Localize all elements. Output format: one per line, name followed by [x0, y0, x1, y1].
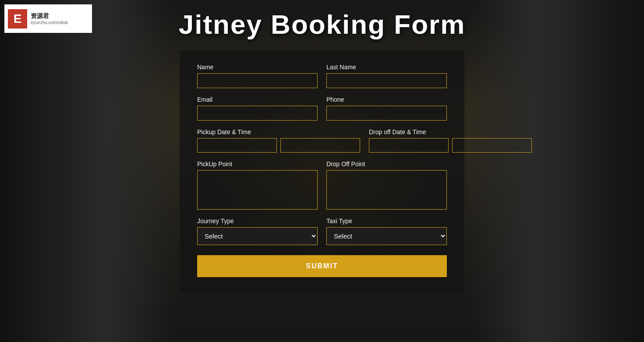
logo: E 资源君 eyunzhu.com/vdisk [4, 4, 92, 33]
logo-url: eyunzhu.com/vdisk [31, 20, 68, 25]
logo-text: 资源君 eyunzhu.com/vdisk [31, 12, 68, 25]
name-group: Name [197, 64, 318, 88]
pickup-datetime-label: Pickup Date & Time [197, 128, 360, 135]
lastname-label: Last Name [326, 64, 447, 71]
dropoff-point-group: Drop Off Point [326, 160, 447, 210]
name-row: Name Last Name [197, 64, 447, 88]
name-label: Name [197, 64, 318, 71]
email-group: Email [197, 96, 318, 121]
booking-form: Name Last Name Email Phone Pickup Date &… [180, 50, 464, 292]
lastname-group: Last Name [326, 64, 447, 88]
dropoff-point-input[interactable] [326, 170, 447, 210]
taxi-type-group: Taxi Type Select Standard Executive Mini… [326, 217, 447, 245]
points-row: PickUp Point Drop Off Point [197, 160, 447, 210]
pickup-date-input[interactable] [197, 138, 277, 153]
email-input[interactable] [197, 106, 318, 121]
name-input[interactable] [197, 73, 318, 88]
dropoff-point-label: Drop Off Point [326, 160, 447, 167]
pickup-point-label: PickUp Point [197, 160, 318, 167]
city-overlay-right [469, 0, 644, 342]
city-overlay-left [0, 0, 175, 342]
pickup-datetime-inputs [197, 138, 360, 153]
dropoff-date-input[interactable] [369, 138, 449, 153]
logo-brand: 资源君 [31, 12, 68, 20]
dropoff-datetime-label: Drop off Date & Time [369, 128, 532, 135]
contact-row: Email Phone [197, 96, 447, 121]
submit-button[interactable]: SUBMIT [197, 255, 447, 277]
dropoff-datetime-group: Drop off Date & Time [369, 128, 532, 153]
type-row: Journey Type Select One Way Round Trip A… [197, 217, 447, 245]
email-label: Email [197, 96, 318, 103]
datetime-row: Pickup Date & Time Drop off Date & Time [197, 128, 447, 153]
pickup-datetime-group: Pickup Date & Time [197, 128, 360, 153]
taxi-type-select[interactable]: Select Standard Executive Minivan Luxury [326, 227, 447, 245]
journey-type-label: Journey Type [197, 217, 318, 224]
journey-type-group: Journey Type Select One Way Round Trip A… [197, 217, 318, 245]
logo-e-icon: E [8, 9, 27, 28]
pickup-point-input[interactable] [197, 170, 318, 210]
pickup-point-group: PickUp Point [197, 160, 318, 210]
pickup-time-input[interactable] [280, 138, 360, 153]
phone-label: Phone [326, 96, 447, 103]
dropoff-datetime-inputs [369, 138, 532, 153]
lastname-input[interactable] [326, 73, 447, 88]
phone-input[interactable] [326, 106, 447, 121]
page-title: Jitney Booking Form [0, 9, 644, 40]
taxi-type-label: Taxi Type [326, 217, 447, 224]
phone-group: Phone [326, 96, 447, 121]
dropoff-time-input[interactable] [452, 138, 532, 153]
journey-type-select[interactable]: Select One Way Round Trip Airport Transf… [197, 227, 318, 245]
